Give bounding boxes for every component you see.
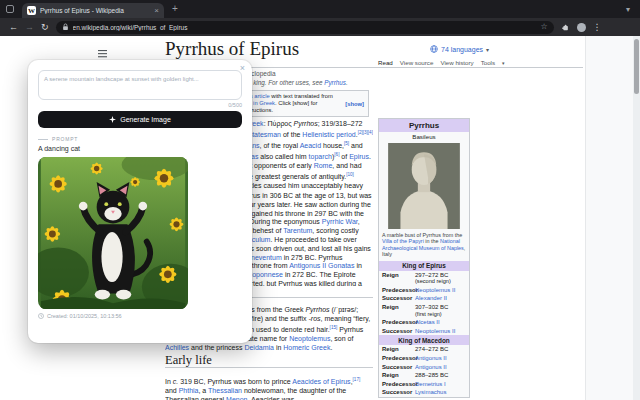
generate-image-button[interactable]: Generate Image <box>38 111 242 128</box>
link[interactable]: Thessalian <box>208 387 242 394</box>
infobox-band-macedon: King of Macedon <box>379 335 469 345</box>
tab-view-source[interactable]: View source <box>400 59 434 66</box>
close-icon[interactable]: × <box>240 64 245 73</box>
link[interactable]: Demetrius I <box>415 381 446 387</box>
link[interactable]: Antigonus II Gonatas <box>289 262 354 269</box>
sparkle-icon <box>109 116 116 123</box>
infobox-caption: A marble bust of Pyrrhus from the Villa … <box>379 230 469 261</box>
infobox-row-value: Neoptolemus II <box>415 287 466 294</box>
link[interactable]: Villa of the Papyri <box>382 238 424 244</box>
tab-read[interactable]: Read <box>378 59 393 66</box>
infobox-row: PredecessorAlcetas II <box>379 318 469 327</box>
infobox-row: SuccessorAlexander II <box>379 294 469 303</box>
clock-icon <box>38 313 44 319</box>
dancing-cat-illustration <box>38 157 188 309</box>
infobox-row: PredecessorAntigonus II <box>379 354 469 363</box>
link[interactable]: Lysimachus <box>415 389 446 395</box>
browser-tab-bar: W Pyrrhus of Epirus - Wikipedia × + ▾ <box>0 0 640 18</box>
link[interactable]: Antigonus II <box>415 364 447 370</box>
infobox-row: PredecessorNeoptolemus II <box>379 286 469 295</box>
back-icon[interactable]: ← <box>9 23 18 32</box>
infobox-row-label: Successor <box>382 328 415 335</box>
link[interactable]: toparch <box>309 153 332 160</box>
link[interactable]: Antigonus II <box>415 355 447 361</box>
link[interactable]: Neoptolemus II <box>415 328 455 334</box>
wikipedia-favicon: W <box>27 6 36 15</box>
link[interactable]: statesman <box>249 131 281 138</box>
infobox-row-label: Predecessor <box>382 287 415 294</box>
link[interactable]: Aeacid <box>300 142 321 149</box>
prompt-input[interactable] <box>38 70 242 100</box>
chevron-down-icon: ▾ <box>486 46 489 53</box>
languages-button[interactable]: 74 languages ▾ <box>430 45 489 53</box>
link[interactable]: Rome <box>314 162 333 169</box>
extensions-puzzle-icon[interactable] <box>561 23 570 32</box>
link[interactable]: Achilles <box>165 344 189 351</box>
created-timestamp-text: Created: 01/10/2025, 10:13:56 <box>47 313 122 319</box>
reload-icon[interactable]: ↻ <box>41 23 49 32</box>
bust-image[interactable] <box>379 142 469 230</box>
generated-image <box>38 157 188 309</box>
browser-menu-icon[interactable]: ⋮ <box>593 23 602 32</box>
divider <box>38 139 48 140</box>
link[interactable]: Homeric Greek <box>283 344 330 351</box>
infobox-row-value: Antigonus II <box>415 364 466 371</box>
new-tab-button[interactable]: + <box>172 4 178 14</box>
tabbar-right-controls: ▾ <box>626 5 630 14</box>
article-title: Pyrrhus of Epirus <box>165 38 299 60</box>
link[interactable]: Neoptolemus II <box>415 287 455 293</box>
scrollbar-thumb[interactable] <box>634 39 639 94</box>
page-tabs: Read View source View history Tools ▾ <box>378 59 505 66</box>
chevron-down-icon: ▾ <box>502 60 505 66</box>
infobox-row-value: Alcetas II <box>415 319 466 326</box>
prompt-label-text: PROMPT <box>52 136 78 142</box>
infobox-row-label: Successor <box>382 389 415 396</box>
lock-icon <box>62 23 69 31</box>
tab-tools[interactable]: Tools <box>481 59 495 66</box>
infobox-row-value: 274–272 BC <box>415 346 466 353</box>
link[interactable]: Hellenistic period <box>302 131 355 138</box>
link[interactable]: Phthia <box>179 387 199 394</box>
prompt-section-label: PROMPT <box>38 136 242 142</box>
tab-search-chevron-icon[interactable]: ▾ <box>626 5 630 14</box>
link[interactable]: Pyrrhus <box>324 79 346 86</box>
link[interactable]: Alexander II <box>415 295 447 301</box>
infobox-row-value: Lysimachus <box>415 389 466 396</box>
infobox-title: Pyrrhus <box>379 119 469 132</box>
infobox-row-value: 288–285 BC <box>415 372 466 379</box>
infobox-row-label: Reign <box>382 304 415 317</box>
tab-view-history[interactable]: View history <box>440 59 473 66</box>
browser-toolbar: ← → ↻ en.wikipedia.org/wiki/Pyrrhus_of_E… <box>0 18 640 36</box>
infobox-row: SuccessorLysimachus <box>379 388 469 397</box>
show-link[interactable]: [show] <box>345 101 364 107</box>
profile-avatar[interactable] <box>577 23 586 32</box>
infobox-row: Reign288–285 BC <box>379 371 469 380</box>
infobox-row-value: Alexander II <box>415 295 466 302</box>
link[interactable]: Neoptolemus <box>289 335 330 342</box>
bookmark-star-icon[interactable]: ☆ <box>540 23 547 31</box>
link[interactable]: Pyrrhic War <box>322 218 358 225</box>
browser-tab[interactable]: W Pyrrhus of Epirus - Wikipedia × <box>22 3 164 18</box>
link[interactable]: Tarentum <box>283 227 312 234</box>
infobox-row-label: Reign <box>382 346 415 353</box>
infobox-row: PredecessorDemetrius I <box>379 380 469 389</box>
link[interactable]: Aeacides of Epirus <box>292 378 350 385</box>
url-text: en.wikipedia.org/wiki/Pyrrhus_of_Epirus <box>73 24 537 31</box>
infobox-row-value: Antigonus II <box>415 355 466 362</box>
infobox: Pyrrhus Basileus A marble bust of Pyrrhu… <box>378 118 470 398</box>
infobox-row: Reign307–302 BC (first reign) <box>379 303 469 318</box>
article-paragraph: In c. 319 BC, Pyrrhus was born to prince… <box>165 376 373 400</box>
infobox-row-value: Demetrius I <box>415 381 466 388</box>
forward-icon[interactable]: → <box>25 23 34 32</box>
link[interactable]: Epirus <box>349 153 369 160</box>
created-timestamp: Created: 01/10/2025, 10:13:56 <box>38 313 242 319</box>
languages-label: 74 languages <box>441 46 483 53</box>
link[interactable]: Alcetas II <box>415 319 440 325</box>
app-icon <box>6 5 14 13</box>
infobox-row-value: Neoptolemus II <box>415 328 466 335</box>
page-scrollbar <box>633 36 640 400</box>
link[interactable]: Deidamia <box>244 344 274 351</box>
tab-close-icon[interactable]: × <box>154 7 159 15</box>
url-bar[interactable]: en.wikipedia.org/wiki/Pyrrhus_of_Epirus … <box>56 21 554 34</box>
link[interactable]: Menon <box>226 396 247 400</box>
